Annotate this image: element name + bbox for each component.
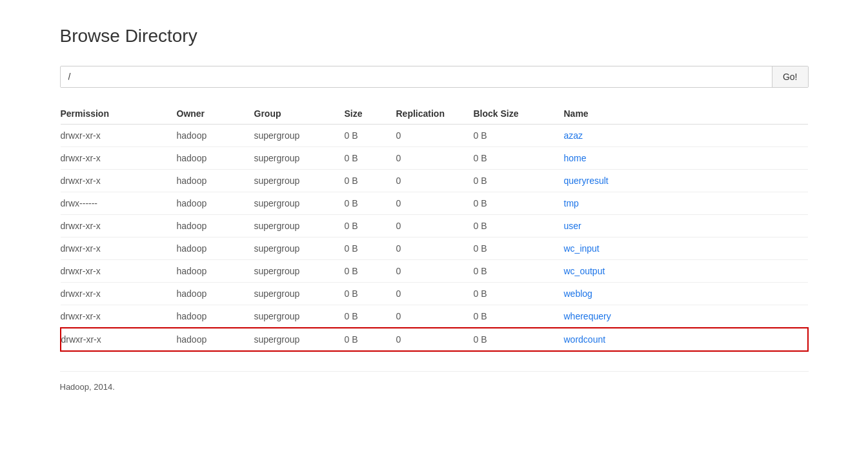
cell-group: supergroup (254, 147, 345, 170)
link-wc_output[interactable]: wc_output (564, 266, 605, 276)
cell-group: supergroup (254, 170, 345, 192)
cell-name[interactable]: wc_output (564, 260, 808, 283)
cell-owner: hadoop (177, 305, 254, 328)
cell-name[interactable]: azaz (564, 125, 808, 147)
cell-replication: 0 (396, 328, 474, 351)
cell-owner: hadoop (177, 125, 254, 147)
link-wordcount[interactable]: wordcount (564, 334, 606, 345)
cell-permission: drwxr-xr-x (61, 260, 177, 283)
cell-size: 0 B (345, 215, 396, 237)
cell-size: 0 B (345, 305, 396, 328)
table-row: drwxr-xr-xhadoopsupergroup0 B00 Bwc_inpu… (61, 237, 808, 260)
cell-group: supergroup (254, 192, 345, 215)
footer: Hadoop, 2014. (60, 371, 809, 392)
cell-name[interactable]: queryresult (564, 170, 808, 192)
cell-owner: hadoop (177, 260, 254, 283)
cell-permission: drwxr-xr-x (61, 328, 177, 351)
cell-replication: 0 (396, 260, 474, 283)
header-size: Size (345, 103, 396, 125)
cell-replication: 0 (396, 192, 474, 215)
cell-group: supergroup (254, 328, 345, 351)
cell-group: supergroup (254, 260, 345, 283)
cell-size: 0 B (345, 328, 396, 351)
cell-size: 0 B (345, 260, 396, 283)
cell-group: supergroup (254, 125, 345, 147)
table-row: drwxr-xr-xhadoopsupergroup0 B00 Bazaz (61, 125, 808, 147)
table-row: drwxr-xr-xhadoopsupergroup0 B00 Bhome (61, 147, 808, 170)
cell-permission: drwxr-xr-x (61, 125, 177, 147)
cell-name[interactable]: user (564, 215, 808, 237)
table-row: drwxr-xr-xhadoopsupergroup0 B00 Bwordcou… (61, 328, 808, 351)
footer-text: Hadoop, 2014. (60, 382, 115, 392)
cell-permission: drwx------ (61, 192, 177, 215)
link-home[interactable]: home (564, 153, 587, 163)
cell-group: supergroup (254, 305, 345, 328)
cell-group: supergroup (254, 237, 345, 260)
cell-name[interactable]: wherequery (564, 305, 808, 328)
cell-owner: hadoop (177, 283, 254, 305)
cell-replication: 0 (396, 125, 474, 147)
cell-replication: 0 (396, 147, 474, 170)
cell-owner: hadoop (177, 237, 254, 260)
cell-permission: drwxr-xr-x (61, 170, 177, 192)
cell-replication: 0 (396, 237, 474, 260)
header-name: Name (564, 103, 808, 125)
cell-size: 0 B (345, 237, 396, 260)
cell-permission: drwxr-xr-x (61, 283, 177, 305)
table-row: drwxr-xr-xhadoopsupergroup0 B00 Bwherequ… (61, 305, 808, 328)
link-tmp[interactable]: tmp (564, 198, 579, 208)
cell-owner: hadoop (177, 147, 254, 170)
cell-owner: hadoop (177, 192, 254, 215)
cell-block_size: 0 B (474, 260, 564, 283)
directory-table: Permission Owner Group Size Replication … (60, 103, 809, 352)
header-permission: Permission (61, 103, 177, 125)
cell-block_size: 0 B (474, 125, 564, 147)
cell-size: 0 B (345, 147, 396, 170)
cell-name[interactable]: weblog (564, 283, 808, 305)
cell-replication: 0 (396, 305, 474, 328)
cell-owner: hadoop (177, 328, 254, 351)
cell-permission: drwxr-xr-x (61, 237, 177, 260)
header-replication: Replication (396, 103, 474, 125)
link-user[interactable]: user (564, 221, 581, 231)
header-block-size: Block Size (474, 103, 564, 125)
cell-block_size: 0 B (474, 192, 564, 215)
table-row: drwxr-xr-xhadoopsupergroup0 B00 Bwc_outp… (61, 260, 808, 283)
header-owner: Owner (177, 103, 254, 125)
search-bar: Go! (60, 66, 809, 88)
link-azaz[interactable]: azaz (564, 130, 583, 141)
table-row: drwxr-xr-xhadoopsupergroup0 B00 Bweblog (61, 283, 808, 305)
cell-name[interactable]: home (564, 147, 808, 170)
cell-size: 0 B (345, 192, 396, 215)
cell-permission: drwxr-xr-x (61, 305, 177, 328)
link-wc_input[interactable]: wc_input (564, 243, 600, 254)
cell-block_size: 0 B (474, 215, 564, 237)
cell-replication: 0 (396, 215, 474, 237)
cell-block_size: 0 B (474, 283, 564, 305)
cell-block_size: 0 B (474, 170, 564, 192)
link-wherequery[interactable]: wherequery (564, 311, 611, 321)
table-row: drwx------hadoopsupergroup0 B00 Btmp (61, 192, 808, 215)
cell-block_size: 0 B (474, 328, 564, 351)
cell-permission: drwxr-xr-x (61, 147, 177, 170)
cell-size: 0 B (345, 283, 396, 305)
cell-block_size: 0 B (474, 237, 564, 260)
link-weblog[interactable]: weblog (564, 288, 592, 299)
table-header-row: Permission Owner Group Size Replication … (61, 103, 808, 125)
table-row: drwxr-xr-xhadoopsupergroup0 B00 Buser (61, 215, 808, 237)
cell-replication: 0 (396, 283, 474, 305)
table-row: drwxr-xr-xhadoopsupergroup0 B00 Bqueryre… (61, 170, 808, 192)
cell-name[interactable]: wordcount (564, 328, 808, 351)
go-button[interactable]: Go! (772, 66, 808, 87)
cell-block_size: 0 B (474, 147, 564, 170)
header-group: Group (254, 103, 345, 125)
cell-replication: 0 (396, 170, 474, 192)
cell-name[interactable]: tmp (564, 192, 808, 215)
cell-block_size: 0 B (474, 305, 564, 328)
cell-name[interactable]: wc_input (564, 237, 808, 260)
link-queryresult[interactable]: queryresult (564, 176, 609, 186)
cell-permission: drwxr-xr-x (61, 215, 177, 237)
cell-size: 0 B (345, 125, 396, 147)
path-input[interactable] (61, 66, 772, 87)
cell-group: supergroup (254, 283, 345, 305)
